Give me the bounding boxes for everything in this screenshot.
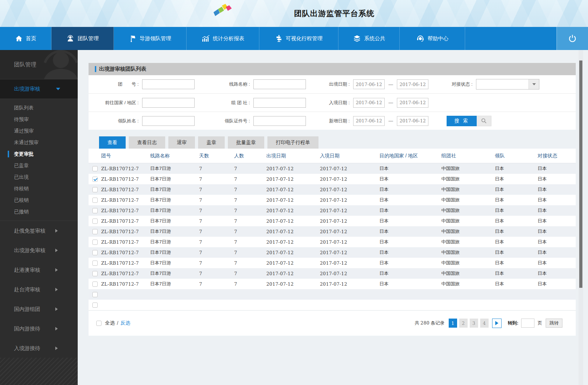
logout-power-button[interactable] [556,27,588,50]
sidebar-subitem-1[interactable]: 团队列表 [0,102,78,114]
group-no-input[interactable] [142,79,195,89]
row-checkbox[interactable] [92,198,98,203]
table-cell: ZL-RB170712-7 [100,250,149,255]
page-button-1[interactable]: 1 [449,319,457,328]
row-checkbox[interactable] [92,261,98,266]
leader-id-input[interactable] [253,116,306,126]
sidebar-group-label: 出境游免审核 [14,247,46,254]
table-cell: 2017-07-12 [265,208,318,213]
row-checkbox[interactable] [92,166,98,171]
toolbar-button-2[interactable]: 查看日志 [129,136,165,149]
sidebar-group-7[interactable]: 入境游接待 [0,338,78,358]
table-cell: 2017-07-12 [265,166,318,171]
select-all-checkbox[interactable] [96,321,102,326]
toolbar-button-5[interactable]: 批量盖章 [228,136,264,149]
table-cell: 日本 [378,218,440,224]
next-page-button[interactable] [492,319,502,328]
row-checkbox[interactable] [92,187,98,192]
leader-name-input[interactable] [142,116,195,126]
table-cell: 日本 [493,207,536,214]
stats-chart-icon [201,35,210,42]
row-checkbox[interactable] [92,208,98,213]
added-date-from-input[interactable] [353,116,385,126]
sidebar-group-2[interactable]: 出境游免审核 [0,241,78,260]
agency-input[interactable] [253,98,306,108]
select-all-label[interactable]: 全选 [105,320,115,326]
table-row: ZL-RB170712-7日本7日游772017-07-122017-07-12… [89,195,576,205]
sidebar-subitem-4[interactable]: 未通过预审 [0,137,78,148]
sidebar-group-1[interactable]: 赴俄免签审核 [0,221,78,241]
sidebar-group-3[interactable]: 赴港澳审核 [0,260,78,280]
nav-item-guide-leader-management[interactable]: 导游领队管理 [114,27,187,50]
row-checkbox[interactable] [92,240,98,245]
scrollbar-track[interactable] [579,50,583,385]
column-header-6: 入境日期 [318,153,378,159]
toolbar-button-3[interactable]: 退审 [168,136,195,149]
chevron-right-icon [55,268,58,272]
sidebar-group-label: 国内游组团 [14,306,40,313]
goto-page-input[interactable] [521,319,534,328]
nav-item-label: 首页 [26,35,36,42]
table-cell: 日本 [493,186,536,193]
sidebar-subitem-6[interactable]: 已盖章 [0,160,78,171]
nav-item-system-public[interactable]: 系统公共 [338,27,400,50]
invert-select-link[interactable]: 反选 [120,320,130,326]
table-cell: 日本 [378,165,440,172]
table-row: ZL-RB170712-7日本7日游772017-07-122017-07-12… [89,258,576,268]
sidebar-subitem-2[interactable]: 待预审 [0,114,78,125]
toolbar-button-4[interactable]: 盖章 [198,136,225,149]
sidebar-subitem-5[interactable]: 变更审批 [0,148,78,160]
row-checkbox[interactable] [92,250,98,255]
scrollbar-thumb[interactable] [579,60,582,288]
added-date-to-input[interactable] [397,116,428,126]
status-select[interactable] [476,79,539,90]
row-checkbox[interactable] [92,177,98,182]
table-header: 团号线路名称天数人数出境日期入境日期目的地国家 / 地区组团社领队对接状态 [89,149,576,163]
sidebar-group-5[interactable]: 国内游组团 [0,299,78,319]
row-checkbox[interactable] [92,271,98,276]
table-cell: ZL-RB170712-7 [100,198,149,203]
page-button-4[interactable]: 4 [480,319,489,328]
table-cell: 2017-07-12 [265,229,318,234]
row-checkbox[interactable] [92,292,98,297]
row-checkbox[interactable] [92,281,98,287]
sidebar-subitem-7[interactable]: 已出境 [0,171,78,183]
search-button[interactable]: 搜 索 [447,116,491,126]
jump-button[interactable]: 跳转 [546,319,562,328]
nav-item-itinerary-management[interactable]: 可视化行程管理 [259,27,338,50]
toolbar-button-6[interactable]: 打印电子行程单 [267,136,318,149]
sidebar-subitem-3[interactable]: 通过预审 [0,125,78,137]
toolbar-button-1[interactable]: 查看 [99,136,126,149]
sidebar-group-6[interactable]: 国内游接待 [0,319,78,338]
nav-item-team-management[interactable]: 团队管理 [51,27,114,50]
entry-date-from-input[interactable] [353,98,385,108]
route-name-input[interactable] [253,79,306,89]
sidebar-subitem-9[interactable]: 已核销 [0,194,78,206]
depart-date-from-input[interactable] [353,79,385,89]
table-cell: 日本 [493,239,536,245]
sidebar-subitem-8[interactable]: 待核销 [0,183,78,194]
nav-item-help-center[interactable]: 帮助中心 [400,27,465,50]
table-cell: 日本 [493,228,536,235]
table-cell: ZL-RB170712-7 [100,240,149,245]
row-checkbox[interactable] [92,229,98,234]
table-cell: 7 [198,187,233,192]
row-checkbox[interactable] [92,219,98,224]
depart-date-to-input[interactable] [397,79,428,89]
entry-date-label: 入境日期 : [325,100,353,106]
page-button-2[interactable]: 2 [459,319,468,328]
table-cell: 2017-07-12 [265,271,318,276]
table-cell: 7 [233,250,265,255]
nav-item-home[interactable]: 首页 [0,27,51,50]
nav-item-stats-reports[interactable]: 统计分析报表 [187,27,259,50]
table-cell: 7 [233,177,265,182]
sidebar-subitem-10[interactable]: 已撤销 [0,206,78,218]
entry-date-to-input[interactable] [397,98,428,108]
country-input[interactable] [142,98,195,108]
row-checkbox[interactable] [92,302,98,308]
added-date-label: 新增日期 : [325,118,353,124]
page-button-3[interactable]: 3 [470,319,478,328]
sidebar-group-4[interactable]: 赴台湾审核 [0,280,78,299]
chevron-down-icon [532,83,536,85]
sidebar-group-outbound-review[interactable]: 出境游审核 [0,79,78,99]
